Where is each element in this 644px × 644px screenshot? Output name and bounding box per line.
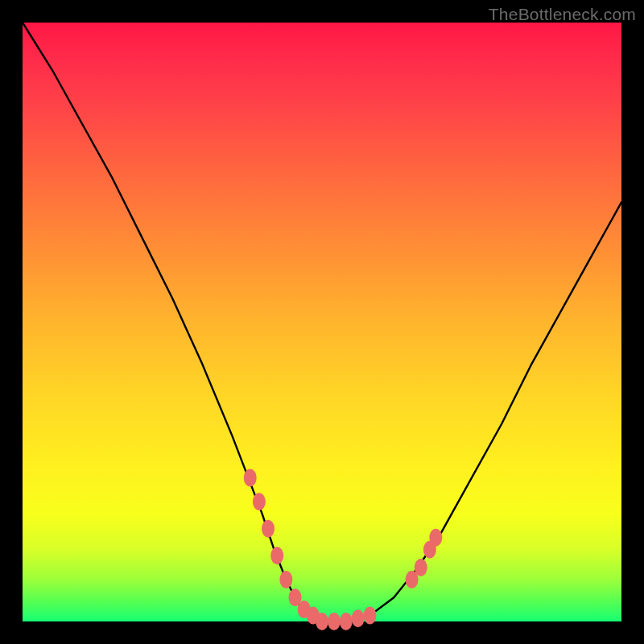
curve-bead bbox=[253, 493, 266, 510]
curve-bead bbox=[262, 520, 275, 538]
bottleneck-curve bbox=[23, 23, 621, 621]
curve-bead bbox=[279, 571, 292, 588]
plot-area bbox=[23, 23, 621, 621]
curve-markers bbox=[244, 469, 443, 630]
curve-bead bbox=[328, 613, 341, 630]
curve-bead bbox=[270, 547, 283, 564]
chart-frame: TheBottleneck.com bbox=[0, 0, 644, 644]
curve-bead bbox=[364, 607, 377, 625]
curve-svg bbox=[23, 23, 621, 621]
watermark-text: TheBottleneck.com bbox=[489, 5, 636, 24]
curve-bead bbox=[316, 613, 328, 630]
curve-bead bbox=[415, 559, 427, 576]
curve-bead bbox=[244, 469, 257, 486]
curve-bead bbox=[429, 529, 442, 547]
curve-bead bbox=[340, 613, 353, 630]
curve-bead bbox=[352, 609, 365, 627]
